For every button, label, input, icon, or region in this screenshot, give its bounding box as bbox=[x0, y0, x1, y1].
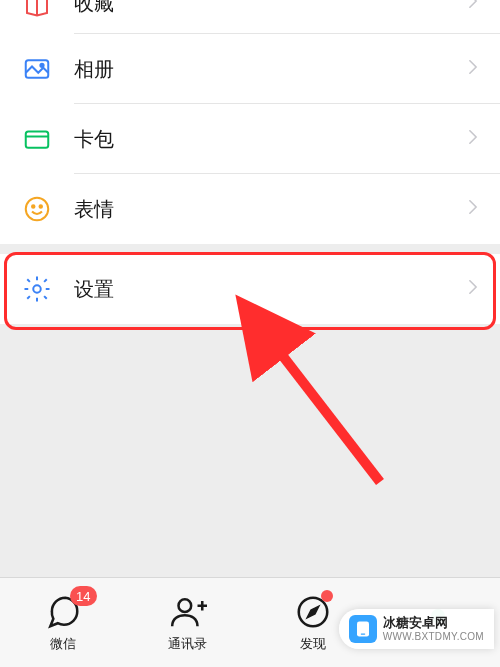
chevron-right-icon bbox=[466, 130, 480, 148]
menu-label-settings: 设置 bbox=[74, 276, 466, 303]
tab-contacts[interactable]: 通讯录 bbox=[125, 578, 250, 667]
menu-item-settings[interactable]: 设置 bbox=[0, 254, 500, 324]
svg-point-8 bbox=[178, 599, 191, 612]
menu-label-album: 相册 bbox=[74, 56, 466, 83]
section-gap bbox=[0, 244, 500, 254]
chevron-right-icon bbox=[466, 280, 480, 298]
album-icon bbox=[20, 52, 54, 86]
chevron-right-icon bbox=[466, 200, 480, 218]
menu-item-album[interactable]: 相册 bbox=[0, 34, 500, 104]
cards-icon bbox=[20, 122, 54, 156]
watermark-url: WWW.BXTDMY.COM bbox=[383, 631, 484, 642]
svg-point-4 bbox=[32, 205, 35, 208]
badge-count: 14 bbox=[70, 586, 96, 606]
stickers-icon bbox=[20, 192, 54, 226]
svg-point-6 bbox=[33, 285, 41, 293]
favorites-icon bbox=[20, 0, 54, 20]
tab-label-discover: 发现 bbox=[300, 635, 326, 653]
watermark-logo-icon bbox=[349, 615, 377, 643]
svg-point-5 bbox=[40, 205, 43, 208]
svg-rect-11 bbox=[361, 634, 366, 635]
svg-line-7 bbox=[272, 342, 380, 482]
chats-icon: 14 bbox=[43, 592, 83, 632]
menu-group-1: 收藏 相册 卡包 表情 bbox=[0, 0, 500, 244]
menu-label-favorites: 收藏 bbox=[74, 0, 466, 17]
chevron-right-icon bbox=[466, 0, 480, 12]
settings-icon bbox=[20, 272, 54, 306]
discover-icon bbox=[293, 592, 333, 632]
contacts-icon bbox=[168, 592, 208, 632]
tab-label-contacts: 通讯录 bbox=[168, 635, 207, 653]
menu-label-cards: 卡包 bbox=[74, 126, 466, 153]
svg-point-3 bbox=[26, 198, 49, 221]
badge-dot bbox=[321, 590, 333, 602]
menu-label-stickers: 表情 bbox=[74, 196, 466, 223]
menu-item-cards[interactable]: 卡包 bbox=[0, 104, 500, 174]
menu-item-stickers[interactable]: 表情 bbox=[0, 174, 500, 244]
svg-point-1 bbox=[40, 64, 43, 67]
tab-chats[interactable]: 14 微信 bbox=[0, 578, 125, 667]
watermark-title: 冰糖安卓网 bbox=[383, 616, 484, 630]
chevron-right-icon bbox=[466, 60, 480, 78]
svg-rect-2 bbox=[26, 132, 49, 148]
tab-label-chats: 微信 bbox=[50, 635, 76, 653]
menu-item-favorites[interactable]: 收藏 bbox=[0, 0, 500, 34]
watermark: 冰糖安卓网 WWW.BXTDMY.COM bbox=[339, 609, 494, 649]
menu-group-2: 设置 bbox=[0, 254, 500, 324]
